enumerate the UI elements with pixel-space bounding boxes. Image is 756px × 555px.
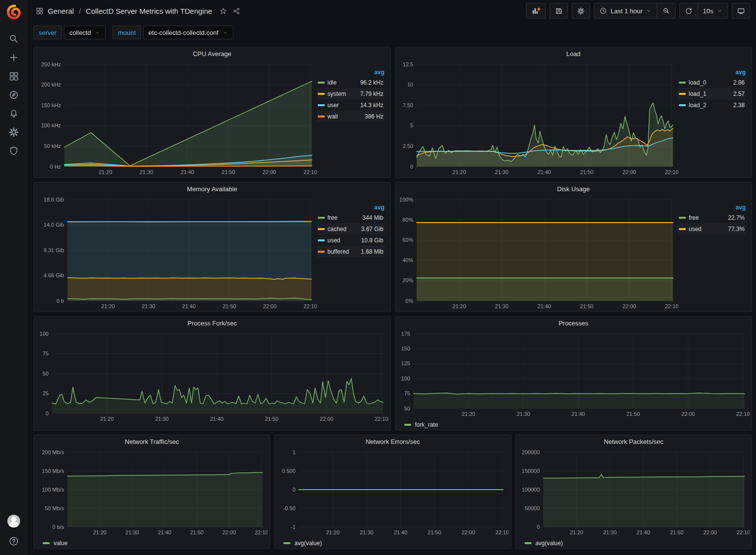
zoom-out-button[interactable]: [657, 3, 675, 18]
legend-item-buffered[interactable]: buffered1.68 Mib: [317, 246, 385, 257]
legend-item-load0[interactable]: load_02.86: [678, 77, 746, 88]
svg-text:21:50: 21:50: [190, 529, 204, 535]
svg-text:10: 10: [407, 82, 413, 88]
series-color-swatch: [525, 542, 532, 544]
variable-mount-select[interactable]: etc-collectd-collectd.conf: [143, 26, 233, 39]
svg-text:22:00: 22:00: [622, 169, 636, 175]
dashboards-icon[interactable]: [4, 67, 24, 86]
alerting-icon[interactable]: [4, 104, 24, 123]
legend-item-load2[interactable]: load_22.38: [678, 99, 746, 111]
svg-text:21:20: 21:20: [326, 529, 340, 535]
legend-avg-header: avg: [735, 69, 746, 76]
search-icon[interactable]: [4, 29, 24, 48]
svg-text:21:20: 21:20: [101, 303, 115, 309]
legend-item-system[interactable]: system7.79 kHz: [317, 88, 385, 99]
chevron-down-icon: [223, 30, 228, 35]
dashboard-grid: CPU Average 0 Hz50 kHz100 kHz150 kHz200 …: [28, 42, 756, 553]
panel-title[interactable]: Network Traffic/sec: [34, 435, 270, 448]
svg-text:200000: 200000: [522, 449, 540, 455]
share-icon[interactable]: [232, 7, 241, 15]
panel-title[interactable]: Load: [395, 47, 752, 60]
svg-text:21:40: 21:40: [210, 416, 224, 422]
svg-text:21:30: 21:30: [495, 303, 508, 309]
avatar[interactable]: [7, 515, 20, 527]
disk-usage-chart[interactable]: 0%20%40%60%80%100%21:2021:3021:4021:5022…: [397, 196, 678, 311]
add-icon[interactable]: [4, 48, 24, 67]
panel-title[interactable]: Network Packets/sec: [516, 435, 752, 448]
panel-title[interactable]: Network Errors/sec: [275, 435, 510, 448]
svg-text:21:30: 21:30: [125, 529, 139, 535]
page-title[interactable]: CollectD Server Metrics with TDengine: [86, 7, 212, 15]
svg-text:21:40: 21:40: [571, 411, 585, 417]
help-icon[interactable]: [4, 534, 24, 548]
kiosk-mode-button[interactable]: [732, 3, 750, 19]
processes-chart[interactable]: 507510012515017521:2021:3021:4021:5022:0…: [397, 330, 750, 418]
network-errors-chart[interactable]: -1-0.5000.500121:2021:3021:4021:5022:002…: [277, 448, 508, 537]
refresh-button[interactable]: [680, 3, 698, 18]
legend-item-free[interactable]: free344 Mib: [317, 212, 385, 223]
panel-title[interactable]: Memory Available: [34, 182, 391, 196]
panel-title[interactable]: Process Fork/sec: [34, 317, 391, 330]
svg-text:21:30: 21:30: [141, 303, 155, 309]
svg-text:14.0 Gib: 14.0 Gib: [44, 222, 64, 228]
star-icon[interactable]: [219, 7, 227, 15]
add-panel-button[interactable]: [526, 3, 546, 19]
series-color-swatch: [318, 82, 325, 84]
svg-text:150000: 150000: [522, 468, 540, 474]
legend-item-load1[interactable]: load_12.57: [678, 88, 746, 99]
series-color-swatch: [318, 228, 325, 230]
legend-item-avg-value[interactable]: avg(value): [516, 538, 752, 549]
variable-server-label: server: [33, 26, 62, 39]
time-range-picker[interactable]: Last 1 hour: [594, 3, 657, 18]
legend-item-user[interactable]: user14.3 kHz: [317, 99, 385, 111]
legend-item-free[interactable]: free22.7%: [678, 212, 746, 223]
series-color-swatch: [283, 542, 290, 544]
legend-avg-header: avg: [374, 204, 385, 211]
legend-item-avg-value[interactable]: avg(value): [275, 538, 510, 549]
svg-text:21:30: 21:30: [516, 411, 530, 417]
legend-item-used[interactable]: used10.8 Gib: [317, 234, 385, 246]
dashboard-settings-button[interactable]: [572, 3, 590, 19]
panel-title[interactable]: CPU Average: [34, 47, 391, 60]
legend-item-idle[interactable]: idle96.2 kHz: [317, 77, 385, 88]
svg-text:21:20: 21:20: [461, 411, 475, 417]
refresh-interval-picker[interactable]: 10s: [698, 3, 728, 18]
svg-text:21:40: 21:40: [182, 303, 196, 309]
breadcrumb-section[interactable]: General: [48, 7, 74, 15]
cpu-average-chart[interactable]: 0 Hz50 kHz100 kHz150 kHz200 kHz250 kHz21…: [36, 60, 317, 176]
network-traffic-chart[interactable]: 0 b/s50 Mb/s100 Mb/s150 Mb/s200 Mb/s21:2…: [36, 448, 268, 537]
legend-item-cached[interactable]: cached3.67 Gib: [317, 223, 385, 234]
network-packets-chart[interactable]: 05000010000015000020000021:2021:3021:402…: [518, 448, 750, 537]
configuration-icon[interactable]: [4, 123, 24, 142]
svg-text:-1: -1: [291, 524, 296, 530]
refresh-icon: [685, 7, 693, 15]
svg-text:22:00: 22:00: [320, 416, 334, 422]
legend-item-used[interactable]: used77.3%: [678, 223, 746, 234]
server-admin-icon[interactable]: [4, 142, 24, 160]
legend-item-wait[interactable]: wait386 Hz: [317, 111, 385, 122]
grafana-logo[interactable]: [5, 4, 22, 21]
sidebar-bottom: [4, 515, 24, 548]
svg-text:18.6 Gib: 18.6 Gib: [44, 197, 64, 203]
explore-icon[interactable]: [4, 86, 24, 104]
process-fork-chart[interactable]: 025507510021:2021:3021:4021:5022:0022:10: [36, 330, 389, 423]
svg-text:21:30: 21:30: [360, 529, 374, 535]
legend-item-fork-rate[interactable]: fork_rate: [395, 419, 752, 430]
svg-text:22:00: 22:00: [223, 529, 236, 535]
panel-title[interactable]: Processes: [395, 317, 752, 330]
legend-item-value[interactable]: value: [34, 538, 270, 549]
load-chart[interactable]: 02.5057.501012.521:2021:3021:4021:5022:0…: [397, 60, 678, 176]
svg-text:22:10: 22:10: [736, 411, 750, 417]
chevron-down-icon: [646, 8, 652, 14]
memory-available-chart[interactable]: 0 b4.66 Gib9.31 Gib14.0 Gib18.6 Gib21:20…: [36, 196, 317, 311]
svg-text:100000: 100000: [522, 487, 540, 493]
variable-server-select[interactable]: collectd: [64, 26, 106, 39]
variable-mount: mount etc-collectd-collectd.conf: [112, 26, 233, 39]
panel-cpu-average: CPU Average 0 Hz50 kHz100 kHz150 kHz200 …: [33, 47, 391, 178]
panel-network-traffic: Network Traffic/sec 0 b/s50 Mb/s100 Mb/s…: [33, 435, 270, 549]
panel-title[interactable]: Disk Usage: [395, 182, 752, 196]
save-dashboard-button[interactable]: [550, 3, 568, 19]
panel-memory-available: Memory Available 0 b4.66 Gib9.31 Gib14.0…: [33, 182, 391, 312]
svg-text:1: 1: [293, 449, 296, 455]
svg-text:0: 0: [536, 524, 539, 530]
